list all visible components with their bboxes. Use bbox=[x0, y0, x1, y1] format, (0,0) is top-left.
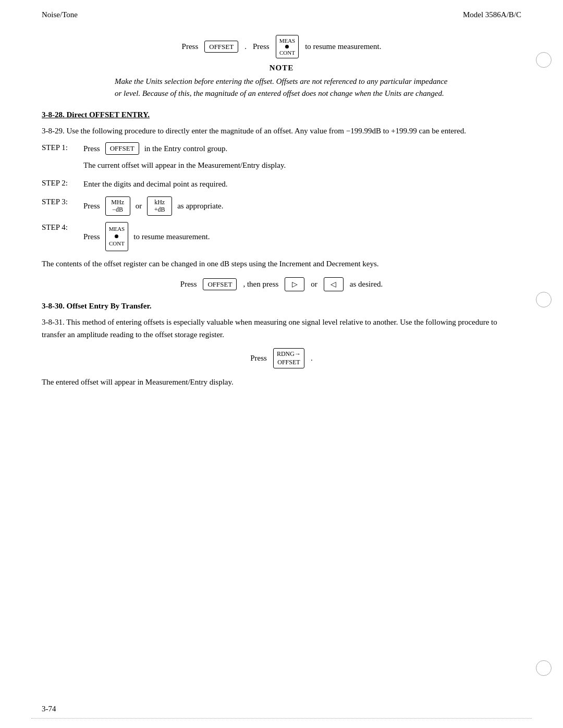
note-title: NOTE bbox=[42, 64, 521, 72]
step4-label: STEP 4: bbox=[42, 222, 83, 232]
step2-text: Enter the digits and decimal point as re… bbox=[83, 180, 228, 188]
step1-body: Press OFFSET in the Entry control group.… bbox=[83, 142, 521, 171]
step4-meas-cont-key[interactable]: MEAS CONT bbox=[105, 222, 129, 251]
step4-meas-dot bbox=[115, 235, 118, 238]
step2-row: STEP 2: Enter the digits and decimal poi… bbox=[42, 178, 521, 190]
step3-suffix: as appropriate. bbox=[177, 200, 223, 212]
top-press1-label: Press bbox=[182, 42, 199, 51]
top-suffix: to resume measurement. bbox=[305, 42, 381, 51]
increment-suffix: as desired. bbox=[350, 280, 383, 289]
top-press2-label: Press bbox=[253, 42, 270, 51]
section-330-para1: 3-8-31. This method of entering offsets … bbox=[42, 316, 521, 341]
binder-hole-top bbox=[536, 52, 552, 68]
step1-offset-key[interactable]: OFFSET bbox=[105, 142, 139, 155]
meas-dot bbox=[285, 45, 289, 48]
page-number: 3-74 bbox=[42, 705, 56, 713]
top-offset-key[interactable]: OFFSET bbox=[204, 41, 238, 53]
rdng-press: Press bbox=[250, 354, 267, 363]
rdng-offset-key[interactable]: RDNG→ OFFSET bbox=[273, 348, 304, 368]
step3-body: Press MHz −dB or kHz +dB as appropriate. bbox=[83, 196, 521, 216]
note-section: NOTE Make the Units selection before ent… bbox=[42, 64, 521, 99]
step2-label: STEP 2: bbox=[42, 178, 83, 188]
top-press-row: Press OFFSET . Press MEAS CONT to resume… bbox=[42, 35, 521, 58]
bottom-line bbox=[31, 718, 532, 719]
increment-offset-key[interactable]: OFFSET bbox=[203, 278, 237, 291]
rdng-result-text: The entered offset will appear in Measur… bbox=[42, 376, 521, 388]
step3-khz-key[interactable]: kHz +dB bbox=[147, 196, 172, 216]
note-body: Make the Units selection before entering… bbox=[115, 76, 448, 99]
top-dot-sep: . bbox=[244, 42, 247, 51]
rdng-press-row: Press RDNG→ OFFSET . bbox=[42, 348, 521, 368]
step4-row: STEP 4: Press MEAS CONT to resume measur… bbox=[42, 222, 521, 251]
header-right: Model 3586A/B/C bbox=[463, 10, 521, 19]
increment-press: Press bbox=[180, 280, 197, 289]
binder-hole-bot bbox=[536, 660, 552, 676]
page-header: Noise/Tone Model 3586A/B/C bbox=[42, 10, 521, 19]
step4-body: Press MEAS CONT to resume measurement. bbox=[83, 222, 521, 251]
step1-suffix: in the Entry control group. bbox=[144, 142, 228, 155]
rdng-dot: . bbox=[311, 354, 313, 363]
increment-or: or bbox=[311, 280, 317, 289]
step3-mhz-key[interactable]: MHz −dB bbox=[105, 196, 130, 216]
step4-press: Press bbox=[83, 230, 100, 243]
section-330-heading: 3-8-30. Offset Entry By Transfer. bbox=[42, 302, 521, 311]
increment-press-row: Press OFFSET , then press ▷ or ◁ as desi… bbox=[42, 277, 521, 291]
header-left: Noise/Tone bbox=[42, 10, 78, 19]
section-328-para1: 3-8-29. Use the following procedure to d… bbox=[42, 125, 521, 137]
step1-note: The current offset will appear in the Me… bbox=[83, 159, 521, 171]
step2-body: Enter the digits and decimal point as re… bbox=[83, 178, 521, 190]
increment-then: , then press bbox=[243, 280, 278, 289]
top-meas-cont-key[interactable]: MEAS CONT bbox=[276, 35, 299, 58]
arrow-down-key[interactable]: ◁ bbox=[324, 277, 344, 291]
step1-label: STEP 1: bbox=[42, 142, 83, 152]
arrow-up-key[interactable]: ▷ bbox=[285, 277, 304, 291]
step1-press: Press bbox=[83, 142, 100, 155]
step4-suffix: to resume measurement. bbox=[133, 230, 210, 243]
binder-hole-mid bbox=[536, 292, 552, 307]
step3-row: STEP 3: Press MHz −dB or kHz +dB as appr… bbox=[42, 196, 521, 216]
increment-para: The contents of the offset register can … bbox=[42, 257, 521, 270]
step1-row: STEP 1: Press OFFSET in the Entry contro… bbox=[42, 142, 521, 171]
step3-press: Press bbox=[83, 200, 100, 212]
step3-label: STEP 3: bbox=[42, 196, 83, 206]
step3-or: or bbox=[136, 200, 142, 212]
section-328-heading: 3-8-28. Direct OFFSET ENTRY. bbox=[42, 110, 521, 119]
